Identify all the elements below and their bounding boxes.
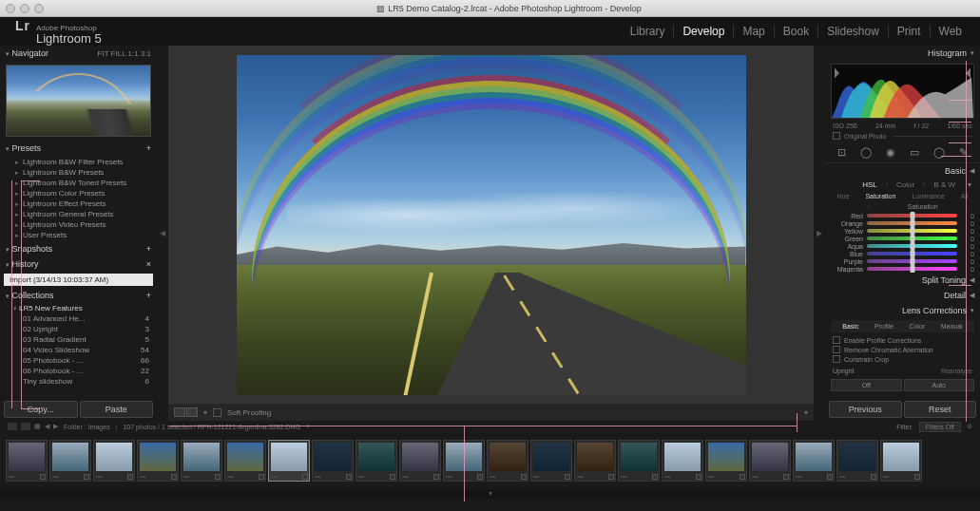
tab-color[interactable]: Color — [894, 180, 917, 189]
filmstrip-thumbnail[interactable]: ••••• — [49, 440, 91, 482]
upright-off-button[interactable]: Off — [831, 379, 902, 391]
collection-item[interactable]: 04 Video Slideshow54 — [0, 345, 157, 355]
preset-folder[interactable]: Lightroom B&W Filter Presets — [0, 157, 157, 167]
filmstrip-thumbnail[interactable]: ••••• — [749, 440, 791, 482]
filmstrip-thumbnail[interactable]: ••••• — [487, 440, 528, 482]
redeye-tool-icon[interactable]: ◉ — [882, 144, 899, 160]
maximize-window-button[interactable] — [34, 4, 44, 13]
filmstrip-thumbnail[interactable]: ••••• — [6, 440, 48, 482]
filmstrip-thumbnail[interactable]: ••••• — [880, 440, 922, 482]
preset-folder[interactable]: Lightroom Effect Presets — [0, 199, 157, 209]
collection-item[interactable]: Tiny slideshow6 — [0, 376, 157, 387]
second-window-icon[interactable] — [21, 423, 30, 430]
slider-track[interactable] — [867, 259, 957, 263]
split-toning-header[interactable]: Split Toning◀ — [825, 273, 980, 288]
collection-item[interactable]: 06 Photobook - ...22 — [0, 366, 157, 376]
crop-tool-icon[interactable]: ⊡ — [833, 144, 850, 160]
nav-back-icon[interactable]: ◀ — [45, 423, 49, 430]
collection-item[interactable]: 03 Radial Gradient5 — [0, 334, 157, 345]
subtab-luminance[interactable]: Luminance — [909, 193, 947, 199]
filter-lock-icon[interactable]: ⊘ — [967, 423, 972, 430]
navigator-zoom-modes[interactable]: FIT FILL 1:1 3:1 — [98, 49, 151, 58]
filmstrip-thumbnail[interactable]: ••••• — [181, 440, 222, 482]
slider-track[interactable] — [867, 267, 957, 271]
snapshots-header[interactable]: ▾ Snapshots + — [0, 241, 157, 256]
left-collapse-handle[interactable]: ◀ — [157, 46, 168, 421]
before-after-icon[interactable] — [186, 407, 198, 417]
right-collapse-handle[interactable]: ▶ — [814, 46, 825, 421]
preset-folder[interactable]: Lightroom B&W Toned Presets — [0, 178, 157, 188]
filmstrip-thumbnail[interactable]: ••••• — [355, 440, 397, 482]
plus-icon[interactable]: + — [146, 291, 151, 300]
radial-filter-icon[interactable]: ◯ — [931, 144, 948, 160]
slider-track[interactable] — [867, 237, 957, 240]
detail-header[interactable]: Detail◀ — [825, 288, 980, 303]
targeted-adjust-icon[interactable]: ◦ — [867, 203, 869, 210]
slider-track[interactable] — [867, 244, 957, 248]
copy-settings-button[interactable]: Copy... — [4, 401, 78, 418]
preset-folder[interactable]: User Presets — [0, 230, 157, 240]
loupe-view-icon[interactable] — [174, 407, 185, 417]
preset-folder[interactable]: Lightroom General Presets — [0, 209, 157, 219]
filmstrip-thumbnail[interactable]: ••••• — [530, 440, 572, 482]
module-slideshow[interactable]: Slideshow — [817, 25, 888, 38]
upright-auto-button[interactable]: Auto — [904, 379, 975, 391]
filmstrip-thumbnail[interactable]: ••••• — [268, 440, 310, 482]
constrain-crop-checkbox[interactable] — [833, 355, 840, 363]
chevron-down-icon[interactable]: ▾ — [203, 408, 207, 417]
filmstrip-collapse-handle[interactable]: ▾ — [0, 489, 980, 499]
adjustment-brush-icon[interactable]: ✎ — [955, 144, 972, 160]
filmstrip-thumbnail[interactable]: ••••• — [93, 440, 135, 482]
slider-track[interactable] — [867, 229, 957, 233]
filmstrip-thumbnail[interactable]: ••••• — [836, 440, 878, 482]
filmstrip-thumbnail[interactable]: ••••• — [312, 440, 354, 482]
slider-track[interactable] — [867, 221, 957, 225]
grid-view-icon[interactable]: ▦ — [34, 423, 41, 430]
plus-icon[interactable]: + — [146, 143, 151, 153]
soft-proofing-checkbox[interactable] — [213, 408, 221, 417]
filmstrip-thumbnail[interactable]: ••••• — [574, 440, 616, 482]
graduated-filter-icon[interactable]: ▭ — [906, 144, 923, 160]
module-print[interactable]: Print — [888, 25, 930, 38]
lc-tab-manual[interactable]: Manual — [941, 323, 963, 330]
module-book[interactable]: Book — [774, 25, 817, 38]
chevron-down-icon[interactable]: ▾ — [306, 423, 310, 430]
lc-tab-color[interactable]: Color — [909, 323, 925, 330]
image-viewport[interactable] — [168, 46, 814, 404]
spot-removal-icon[interactable]: ◯ — [857, 144, 874, 160]
history-header[interactable]: ▾ History × — [0, 256, 157, 272]
filmstrip-thumbnail[interactable]: ••••• — [618, 440, 660, 482]
paste-settings-button[interactable]: Paste — [80, 401, 154, 418]
nav-forward-icon[interactable]: ▶ — [53, 423, 58, 430]
histogram-display[interactable] — [831, 64, 974, 119]
collections-header[interactable]: ▾ Collections + — [0, 288, 157, 303]
filmstrip[interactable]: // will be filled after main binding •••… — [0, 432, 980, 489]
preset-folder[interactable]: Lightroom Video Presets — [0, 219, 157, 230]
collection-set[interactable]: LR5 New Features — [0, 303, 157, 313]
history-item[interactable]: Import (3/14/13 10:03:37 AM) — [4, 274, 153, 286]
navigator-header[interactable]: ▾ Navigator FIT FILL 1:1 3:1 — [0, 46, 157, 61]
module-map[interactable]: Map — [733, 25, 773, 38]
filmstrip-thumbnail[interactable]: ••••• — [662, 440, 703, 482]
filmstrip-thumbnail[interactable]: ••••• — [793, 440, 835, 482]
filters-off-button[interactable]: Filters Off — [919, 422, 961, 432]
collection-item[interactable]: 05 Photobook - ...66 — [0, 355, 157, 366]
subtab-hue[interactable]: Hue — [835, 193, 853, 199]
toolbar-collapse-icon[interactable]: ▾ — [804, 408, 808, 417]
enable-profile-checkbox[interactable] — [833, 336, 840, 344]
basic-panel-header[interactable]: Basic◀ — [825, 163, 980, 179]
close-window-button[interactable] — [6, 4, 15, 13]
tab-hsl[interactable]: HSL — [859, 180, 880, 189]
subtab-all[interactable]: All — [958, 193, 971, 199]
slider-track[interactable] — [867, 214, 957, 218]
preset-folder[interactable]: Lightroom Color Presets — [0, 188, 157, 199]
lc-tab-basic[interactable]: Basic — [842, 323, 858, 330]
tab-bw[interactable]: B & W — [931, 180, 958, 189]
lens-corrections-header[interactable]: Lens Corrections▾ — [825, 303, 980, 318]
navigator-preview[interactable] — [6, 65, 151, 137]
remove-ca-checkbox[interactable] — [833, 346, 840, 353]
original-photo-checkbox[interactable] — [833, 132, 840, 140]
filmstrip-path[interactable]: Folder : Images — [64, 424, 110, 430]
filmstrip-thumbnail[interactable]: ••••• — [443, 440, 485, 482]
plus-icon[interactable]: + — [146, 244, 151, 254]
